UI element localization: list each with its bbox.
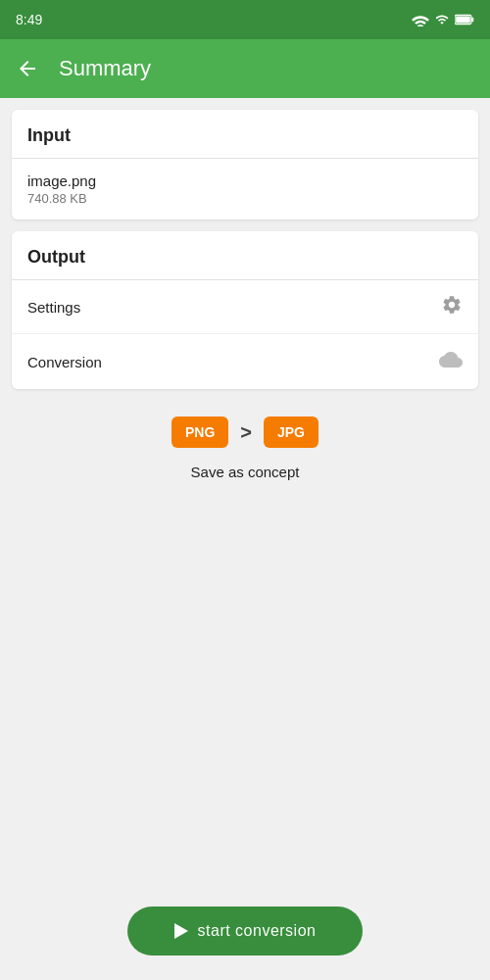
content-area: Input image.png 740.88 KB Output Setting… bbox=[0, 98, 490, 509]
bottom-area: start conversion bbox=[0, 882, 490, 980]
wifi-icon bbox=[412, 13, 429, 26]
input-card-title: Input bbox=[27, 125, 71, 145]
start-conversion-button[interactable]: start conversion bbox=[127, 906, 364, 956]
from-format-badge: PNG bbox=[172, 416, 228, 448]
svg-rect-2 bbox=[456, 17, 470, 24]
app-bar: Summary bbox=[0, 39, 490, 98]
status-icons bbox=[412, 13, 474, 26]
input-card-header: Input bbox=[12, 110, 478, 159]
conversion-label: Conversion bbox=[27, 354, 102, 370]
conversion-row[interactable]: Conversion bbox=[12, 334, 478, 389]
settings-row[interactable]: Settings bbox=[12, 280, 478, 334]
svg-rect-1 bbox=[471, 18, 473, 23]
file-name: image.png bbox=[27, 172, 96, 189]
arrow-symbol: > bbox=[240, 421, 252, 444]
status-time: 8:49 bbox=[16, 12, 42, 27]
input-file-row: image.png 740.88 KB bbox=[12, 159, 478, 220]
output-card: Output Settings Conversion bbox=[12, 231, 478, 389]
back-arrow-icon bbox=[16, 57, 39, 80]
app-bar-title: Summary bbox=[59, 56, 151, 81]
play-icon bbox=[174, 923, 188, 939]
battery-icon bbox=[455, 13, 474, 26]
input-card: Input image.png 740.88 KB bbox=[12, 110, 478, 220]
output-card-title: Output bbox=[27, 247, 85, 267]
cloud-icon bbox=[439, 348, 463, 375]
to-format-badge: JPG bbox=[264, 416, 318, 448]
signal-icon bbox=[435, 13, 449, 26]
save-concept-label: Save as concept bbox=[191, 464, 300, 480]
gear-icon bbox=[441, 294, 463, 319]
settings-label: Settings bbox=[27, 299, 80, 316]
status-bar: 8:49 bbox=[0, 0, 490, 39]
input-file-info: image.png 740.88 KB bbox=[27, 172, 96, 206]
conversion-format-display: PNG > JPG bbox=[12, 401, 478, 456]
back-button[interactable] bbox=[16, 57, 39, 80]
output-card-header: Output bbox=[12, 231, 478, 280]
start-button-label: start conversion bbox=[198, 922, 317, 940]
save-concept-area[interactable]: Save as concept bbox=[12, 456, 478, 497]
file-size: 740.88 KB bbox=[27, 191, 96, 206]
